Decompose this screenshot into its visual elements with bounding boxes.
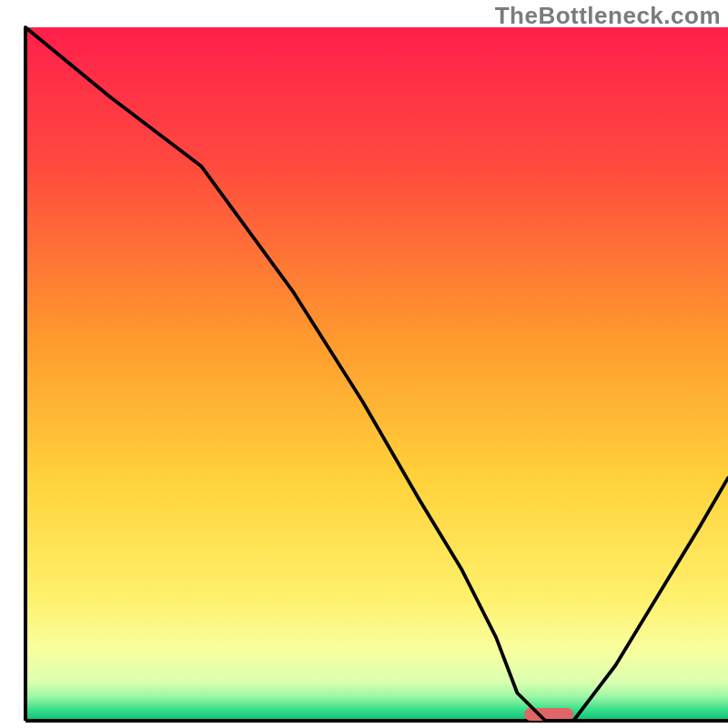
watermark-text: TheBottleneck.com bbox=[495, 2, 721, 30]
chart-frame: TheBottleneck.com bbox=[0, 0, 728, 728]
svg-rect-0 bbox=[25, 27, 728, 721]
plot-area bbox=[25, 27, 728, 721]
svg-rect-3 bbox=[524, 708, 573, 721]
bottleneck-chart bbox=[0, 0, 728, 728]
